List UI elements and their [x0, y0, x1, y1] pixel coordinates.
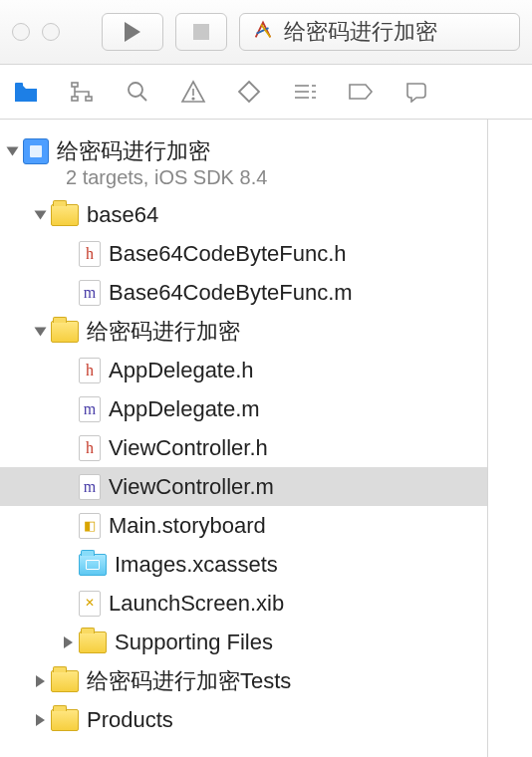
- scheme-label: 给密码进行加密: [284, 17, 437, 47]
- h-icon: h: [79, 435, 101, 461]
- svg-rect-2: [72, 97, 78, 101]
- disclosure-triangle-icon[interactable]: [35, 210, 47, 219]
- m-icon: m: [79, 474, 101, 500]
- app-icon: [252, 19, 274, 45]
- xib-icon: ✕: [79, 591, 101, 617]
- tree-item-label: base64: [87, 202, 158, 228]
- tree-file[interactable]: hAppDelegate.h: [0, 351, 487, 389]
- xcassets-icon: [79, 554, 107, 576]
- tree-item-label: Images.xcassets: [115, 552, 278, 578]
- tree-item-label: LaunchScreen.xib: [109, 591, 284, 617]
- find-navigator-tab[interactable]: [124, 78, 151, 106]
- tree-file[interactable]: Images.xcassets: [0, 545, 487, 584]
- disclosure-triangle-icon[interactable]: [35, 327, 47, 336]
- svg-point-6: [192, 98, 194, 100]
- scheme-selector[interactable]: 给密码进行加密: [239, 13, 520, 51]
- tree-item-label: 给密码进行加密Tests: [87, 666, 291, 696]
- play-icon: [125, 22, 140, 42]
- svg-rect-13: [30, 145, 42, 157]
- tree-item-label: Base64CodeByteFunc.h: [109, 241, 347, 267]
- m-icon: m: [79, 280, 101, 306]
- project-subtitle: 2 targets, iOS SDK 8.4: [66, 166, 487, 189]
- disclosure-triangle-icon[interactable]: [7, 146, 19, 155]
- tree-item-label: 给密码进行加密: [87, 317, 240, 347]
- titlebar-toolbar: 给密码进行加密: [0, 0, 532, 65]
- tree-item-label: Products: [87, 707, 173, 733]
- tree-group[interactable]: Products: [0, 700, 487, 739]
- editor-area: [488, 120, 532, 757]
- tree-item-label: Main.storyboard: [109, 513, 266, 539]
- tree-group[interactable]: 给密码进行加密: [0, 312, 487, 351]
- sb-icon: ◧: [79, 513, 101, 539]
- tree-item-label: AppDelegate.m: [109, 396, 260, 422]
- h-icon: h: [79, 358, 101, 383]
- breakpoint-navigator-tab[interactable]: [347, 78, 375, 106]
- disclosure-triangle-icon[interactable]: [36, 675, 45, 687]
- tree-item-label: 给密码进行加密: [57, 136, 210, 166]
- folder-icon: [51, 709, 79, 731]
- project-icon: [23, 138, 49, 164]
- disclosure-triangle-icon[interactable]: [64, 636, 73, 648]
- folder-icon: [51, 204, 79, 226]
- issue-navigator-tab[interactable]: [179, 78, 207, 106]
- window-controls: [12, 23, 60, 41]
- tree-item-label: AppDelegate.h: [109, 358, 254, 383]
- tree-file[interactable]: hBase64CodeByteFunc.h: [0, 234, 487, 273]
- m-icon: m: [79, 396, 101, 422]
- stop-icon: [193, 24, 209, 40]
- tree-file[interactable]: mBase64CodeByteFunc.m: [0, 273, 487, 312]
- svg-rect-0: [15, 83, 23, 87]
- symbol-navigator-tab[interactable]: [68, 78, 96, 106]
- tree-group[interactable]: Supporting Files: [0, 623, 487, 661]
- report-navigator-tab[interactable]: [402, 78, 430, 106]
- tree-group[interactable]: 给密码进行加密: [0, 131, 487, 170]
- window-close-button[interactable]: [12, 23, 30, 41]
- tree-group[interactable]: 给密码进行加密Tests: [0, 661, 487, 700]
- folder-icon: [79, 631, 107, 653]
- project-navigator-tab[interactable]: [12, 78, 40, 106]
- tree-file[interactable]: ✕LaunchScreen.xib: [0, 584, 487, 623]
- tree-item-label: Base64CodeByteFunc.m: [109, 280, 353, 306]
- disclosure-triangle-icon[interactable]: [36, 714, 45, 726]
- project-navigator[interactable]: 给密码进行加密2 targets, iOS SDK 8.4base64hBase…: [0, 120, 488, 757]
- tree-group[interactable]: base64: [0, 195, 487, 234]
- h-icon: h: [79, 241, 101, 267]
- window-minimize-button[interactable]: [42, 23, 60, 41]
- debug-navigator-tab[interactable]: [291, 78, 319, 106]
- svg-point-4: [129, 83, 142, 97]
- test-navigator-tab[interactable]: [235, 78, 263, 106]
- tree-item-label: Supporting Files: [115, 630, 273, 655]
- run-button[interactable]: [102, 13, 163, 51]
- tree-file[interactable]: hViewController.h: [0, 428, 487, 467]
- stop-button[interactable]: [175, 13, 227, 51]
- navigator-selector-bar: [0, 65, 532, 120]
- tree-file[interactable]: mViewController.m: [0, 467, 487, 506]
- tree-item-label: ViewController.h: [109, 435, 268, 461]
- tree-file[interactable]: mAppDelegate.m: [0, 389, 487, 428]
- tree-item-label: ViewController.m: [109, 474, 274, 500]
- folder-icon: [51, 670, 79, 692]
- svg-rect-3: [86, 97, 92, 101]
- folder-icon: [51, 321, 79, 343]
- tree-file[interactable]: ◧Main.storyboard: [0, 506, 487, 545]
- svg-rect-1: [72, 83, 78, 87]
